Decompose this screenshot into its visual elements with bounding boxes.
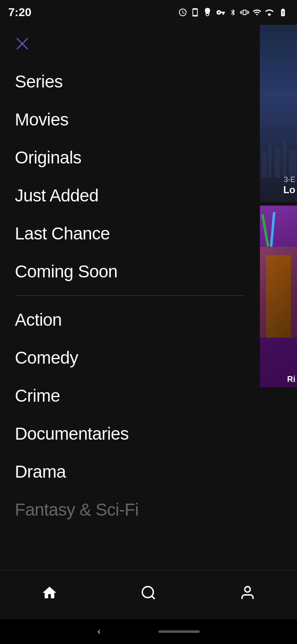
battery-icon	[277, 8, 289, 17]
menu-item-comedy[interactable]: Comedy	[0, 339, 260, 377]
system-nav-bar: ‹	[0, 619, 297, 644]
menu-item-movies[interactable]: Movies	[0, 101, 260, 139]
bg-content: 3-E Lo Ri	[260, 25, 297, 570]
menu-panel: Series Movies Originals Just Added Last …	[0, 25, 260, 570]
svg-rect-6	[289, 151, 296, 178]
svg-rect-3	[268, 144, 271, 178]
home-icon	[40, 584, 59, 602]
bluetooth-icon	[229, 8, 237, 17]
menu-item-comedy-label: Comedy	[15, 348, 78, 368]
menu-item-movies-label: Movies	[15, 110, 68, 130]
menu-item-coming-soon[interactable]: Coming Soon	[0, 253, 260, 291]
menu-item-series-label: Series	[15, 72, 63, 92]
menu-item-series[interactable]: Series	[0, 63, 260, 101]
menu-item-drama[interactable]: Drama	[0, 453, 260, 491]
art-line-blue	[270, 212, 275, 247]
bottom-nav-bar	[0, 570, 297, 619]
menu-item-drama-label: Drama	[15, 462, 66, 482]
key-icon	[215, 8, 226, 17]
menu-item-originals[interactable]: Originals	[0, 139, 260, 177]
bg-bottom-card: Ri	[260, 206, 297, 387]
nav-item-search[interactable]	[131, 580, 166, 605]
bg-bottom-card-inner: Ri	[260, 206, 297, 387]
menu-item-last-chance-label: Last Chance	[15, 224, 110, 244]
wifi-icon	[252, 8, 262, 17]
status-time: 7:20	[8, 6, 31, 19]
close-icon	[15, 36, 30, 51]
svg-point-7	[142, 587, 153, 598]
menu-item-just-added-label: Just Added	[15, 186, 99, 206]
close-button[interactable]	[0, 25, 260, 63]
svg-point-9	[245, 587, 250, 592]
menu-item-last-chance[interactable]: Last Chance	[0, 215, 260, 253]
fire-icon	[203, 8, 212, 17]
svg-rect-4	[274, 149, 280, 178]
vibrate-icon	[240, 8, 249, 17]
bg-top-card-label: Lo	[283, 184, 295, 196]
page-wrapper: 7:20	[0, 0, 297, 644]
menu-item-crime-label: Crime	[15, 386, 60, 406]
menu-item-originals-label: Originals	[15, 148, 81, 168]
bg-top-card-sublabel: 3-E	[284, 175, 295, 184]
content-area: Series Movies Originals Just Added Last …	[0, 25, 297, 570]
menu-item-action[interactable]: Action	[0, 301, 260, 339]
svg-rect-5	[283, 140, 287, 178]
menu-item-documentaries-label: Documentaries	[15, 424, 129, 444]
home-pill[interactable]	[158, 630, 200, 633]
signal-icon	[265, 8, 274, 17]
menu-item-documentaries[interactable]: Documentaries	[0, 415, 260, 453]
nav-item-home[interactable]	[32, 580, 67, 605]
art-line-green	[261, 214, 269, 247]
nav-item-profile[interactable]	[230, 580, 265, 605]
svg-line-8	[152, 596, 155, 599]
status-bar: 7:20	[0, 0, 297, 25]
menu-item-action-label: Action	[15, 310, 62, 330]
bg-bottom-card-label: Ri	[287, 374, 295, 384]
back-button[interactable]: ‹	[97, 626, 100, 637]
profile-icon	[238, 584, 257, 602]
menu-item-coming-soon-label: Coming Soon	[15, 262, 118, 282]
bg-top-card: 3-E Lo	[260, 25, 297, 202]
screenshot-icon	[191, 8, 200, 17]
svg-rect-2	[262, 153, 267, 178]
status-icons	[178, 8, 289, 17]
search-icon	[139, 584, 158, 602]
menu-item-fantasy-scifi-label: Fantasy & Sci-Fi	[15, 500, 139, 520]
menu-item-crime[interactable]: Crime	[0, 377, 260, 415]
activity-icon	[178, 8, 187, 17]
menu-item-just-added[interactable]: Just Added	[0, 177, 260, 215]
menu-divider	[15, 296, 245, 296]
menu-item-fantasy-scifi[interactable]: Fantasy & Sci-Fi	[0, 491, 260, 529]
